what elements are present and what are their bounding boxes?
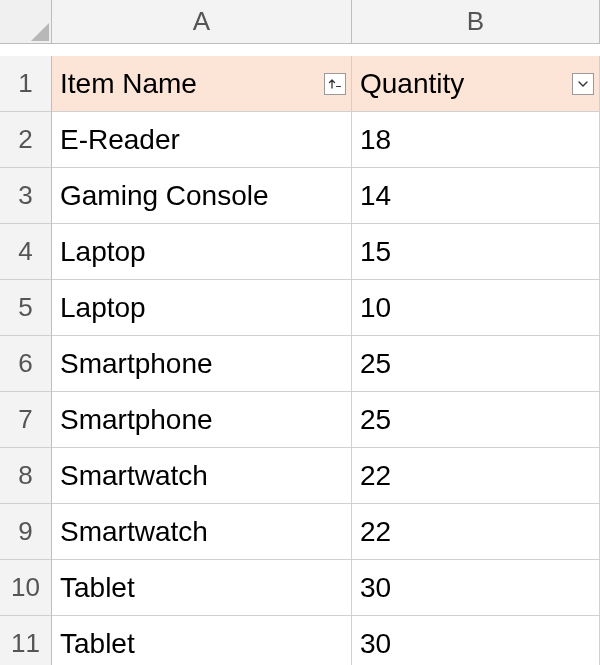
filter-sort-button-A[interactable]	[324, 73, 346, 95]
cell-B3[interactable]: 14	[352, 168, 600, 224]
row-header-label: 8	[18, 460, 32, 491]
row-header-9[interactable]: 9	[0, 504, 52, 560]
cell-A6[interactable]: Smartphone	[52, 336, 352, 392]
row-header-label: 3	[18, 180, 32, 211]
cell-value: Laptop	[60, 292, 146, 324]
row-header-1[interactable]: 1	[0, 56, 52, 112]
cell-value: 30	[360, 572, 391, 604]
table-header-label: Quantity	[360, 68, 464, 100]
column-header-label: B	[467, 6, 484, 37]
spreadsheet-grid: A B 1 Item Name Quantity	[0, 0, 600, 665]
cell-value: Tablet	[60, 572, 135, 604]
cell-value: Smartwatch	[60, 516, 208, 548]
cell-value: E-Reader	[60, 124, 180, 156]
row-header-label: 4	[18, 236, 32, 267]
cell-B8[interactable]: 22	[352, 448, 600, 504]
row-header-8[interactable]: 8	[0, 448, 52, 504]
chevron-down-icon	[577, 78, 589, 90]
cell-value: 14	[360, 180, 391, 212]
row-header-5[interactable]: 5	[0, 280, 52, 336]
cell-B1[interactable]: Quantity	[352, 56, 600, 112]
column-header-A[interactable]: A	[52, 0, 352, 44]
row-header-label: 9	[18, 516, 32, 547]
cell-B5[interactable]: 10	[352, 280, 600, 336]
cell-value: 10	[360, 292, 391, 324]
cell-A9[interactable]: Smartwatch	[52, 504, 352, 560]
cell-B9[interactable]: 22	[352, 504, 600, 560]
column-header-label: A	[193, 6, 210, 37]
cell-value: 22	[360, 516, 391, 548]
cell-A3[interactable]: Gaming Console	[52, 168, 352, 224]
cell-value: Laptop	[60, 236, 146, 268]
cell-value: 18	[360, 124, 391, 156]
cell-value: Tablet	[60, 628, 135, 660]
cell-value: 25	[360, 404, 391, 436]
cell-value: 22	[360, 460, 391, 492]
cell-B11[interactable]: 30	[352, 616, 600, 665]
row-header-2[interactable]: 2	[0, 112, 52, 168]
cell-A7[interactable]: Smartphone	[52, 392, 352, 448]
row-header-label: 1	[18, 68, 32, 99]
cell-A4[interactable]: Laptop	[52, 224, 352, 280]
cell-A11[interactable]: Tablet	[52, 616, 352, 665]
row-header-label: 10	[11, 572, 40, 603]
row-header-3[interactable]: 3	[0, 168, 52, 224]
cell-value: Gaming Console	[60, 180, 269, 212]
row-header-label: 11	[11, 628, 40, 659]
filter-dropdown-button-B[interactable]	[572, 73, 594, 95]
row-header-6[interactable]: 6	[0, 336, 52, 392]
sort-asc-arrow-icon	[328, 77, 342, 91]
select-all-triangle-icon	[31, 23, 49, 41]
cell-A8[interactable]: Smartwatch	[52, 448, 352, 504]
cell-B4[interactable]: 15	[352, 224, 600, 280]
cell-value: 25	[360, 348, 391, 380]
cell-value: 30	[360, 628, 391, 660]
select-all-corner[interactable]	[0, 0, 52, 44]
cell-B6[interactable]: 25	[352, 336, 600, 392]
cell-A10[interactable]: Tablet	[52, 560, 352, 616]
cell-value: Smartphone	[60, 404, 213, 436]
row-header-7[interactable]: 7	[0, 392, 52, 448]
row-header-label: 5	[18, 292, 32, 323]
cell-B10[interactable]: 30	[352, 560, 600, 616]
cell-B7[interactable]: 25	[352, 392, 600, 448]
row-header-label: 6	[18, 348, 32, 379]
cell-A5[interactable]: Laptop	[52, 280, 352, 336]
cell-B2[interactable]: 18	[352, 112, 600, 168]
row-header-11[interactable]: 11	[0, 616, 52, 665]
cell-value: 15	[360, 236, 391, 268]
cell-A1[interactable]: Item Name	[52, 56, 352, 112]
table-header-label: Item Name	[60, 68, 197, 100]
row-header-label: 7	[18, 404, 32, 435]
row-header-4[interactable]: 4	[0, 224, 52, 280]
cell-value: Smartphone	[60, 348, 213, 380]
row-header-label: 2	[18, 124, 32, 155]
cell-A2[interactable]: E-Reader	[52, 112, 352, 168]
row-header-10[interactable]: 10	[0, 560, 52, 616]
cell-value: Smartwatch	[60, 460, 208, 492]
column-header-B[interactable]: B	[352, 0, 600, 44]
